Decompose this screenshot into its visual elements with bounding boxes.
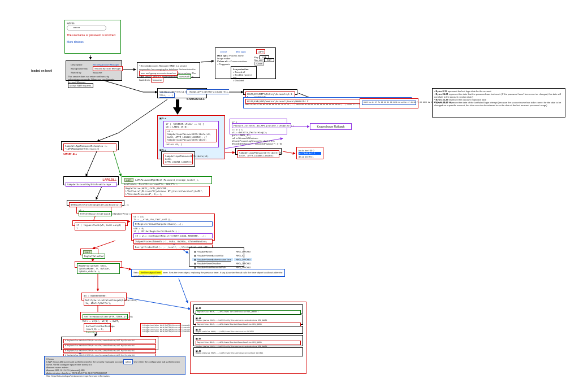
hex-context: 0000 ba dc 0f fe 00 00 01 00 0010 de ad … — [360, 98, 418, 108]
login-card: admin ••••••• The username or password i… — [64, 20, 121, 54]
call-setvalue: RegSetValueExW( hKey, lpValueName, 0, dw… — [75, 261, 122, 268]
laps-dll-label: LAPS.DLL — [66, 178, 116, 181]
sam-desc: • Security Accounts Manager (SAM) is a s… — [137, 62, 200, 78]
svc-body: This service does not return until secur… — [68, 75, 120, 84]
bytes-legend: • Bytes 8-15 represent the last login da… — [432, 88, 565, 117]
svc-started-by: lsass.exe — [91, 71, 124, 74]
code-block-2: SampGetLapsPasswordAttribute(v8, &v10, A… — [161, 151, 195, 167]
svc-sam-name: Security Account Manager — [93, 66, 123, 71]
event-detail: ▣ 43RegSetValue HKLM\...\LAPS\State Vers… — [190, 302, 306, 374]
samp-calls: SampCallAppPasswordIsComplex += *LAPSMan… — [61, 141, 119, 150]
procmon-set-a: 0 RegSetValue HKLM\SYSTEM\Microsoft\Lanm… — [61, 337, 158, 350]
hex-sel: ba dc fee f 00 0 a4 73 d9 dc f1 1 de ad … — [296, 147, 323, 159]
auth-pkg: AuthenticationPackage (msv1_0) = 0; Succ… — [84, 323, 111, 332]
hex-small: SampGetLapsPasswordAttribute(v8, &v10, A… — [235, 148, 282, 155]
kir-box: Known Issue Rollback — [310, 123, 352, 130]
reg-path-acct: HKLM\SECURITY\Policy\Accounts\S-1-5-...\… — [243, 89, 297, 95]
samsrv-lbl-2: SAMSRV.DLL — [63, 153, 77, 155]
loaded-on-boot-label: loaded on boot! — [31, 69, 53, 72]
feature-check: if ( Feature_2372352\_IsLAPS_private_IsE… — [230, 119, 287, 134]
procmon-set-b: 0 RegDeleteValue HKLM\SYSTEM\Microsoft\L… — [140, 323, 181, 337]
laps-mid: if ( !bypassCheck(v5, &v40->argX) ) — [72, 220, 128, 226]
samr-call: SamIUpgradeFreeLsa_6(SampLsaPrivateServi… — [157, 88, 207, 98]
procexp-panel: Layout Misc apps LAPS Main opts: Process… — [215, 47, 276, 79]
timer-thread: SetThreadpoolTimer(PTP_TIMER,&ft,0); Mst… — [80, 312, 130, 320]
reg-table: ▦ PostAuthActionREG_DWORD ▦ PostAuthRese… — [189, 247, 244, 267]
svg-rect-0 — [176, 99, 179, 107]
lsa-sub: Lsa protection ○ Turned off ○ Enabled (p… — [231, 66, 257, 79]
svc-tail: accept SAM requests. — [68, 83, 93, 88]
close-button[interactable]: Close — [254, 62, 263, 66]
login-more-choices[interactable]: More choices — [67, 40, 119, 43]
timer-desc: Set a SetThreadpoolTimer timer. Sets the… — [131, 269, 285, 277]
laps-init-call: call LAPSPasswordMgmtInit(Password_stora… — [122, 176, 212, 184]
cb-small: v5 = RtlSetRegisterCallback(HandlerProc)… — [76, 207, 111, 214]
call-setvalue-small: call RegSetValueExW — [80, 249, 98, 255]
laps-code: v1 = a2; fn = __stub_chk_fast_call(); Nt… — [131, 214, 215, 241]
password-input[interactable]: ••••••• — [67, 25, 106, 31]
notify-svc: a4 = 0x800000000; NotifyServiceStatusCha… — [81, 293, 127, 300]
service-card: Description:Security Account Manager Bac… — [66, 60, 122, 81]
lsap-event: □ lsass LSAP (lsasrv.dll) successful aut… — [44, 356, 185, 375]
laps-header: LAPS.DLL SampGetAccountKeyInfoFromStorag… — [63, 176, 119, 185]
login-warning: The username or password is incorrect — [67, 33, 119, 37]
ida-block: ▣ 9..d if ( !(USERXR->FxVar == 1) { v8 =… — [157, 115, 225, 159]
laps-highlight: LAPS — [256, 49, 265, 54]
cb-register: NtRegisterValueChangeCallback(&result,..… — [67, 200, 124, 206]
code-block-1: if ( !(USERXR->FxVar == 1) { v8 = LABEL_… — [163, 121, 219, 147]
